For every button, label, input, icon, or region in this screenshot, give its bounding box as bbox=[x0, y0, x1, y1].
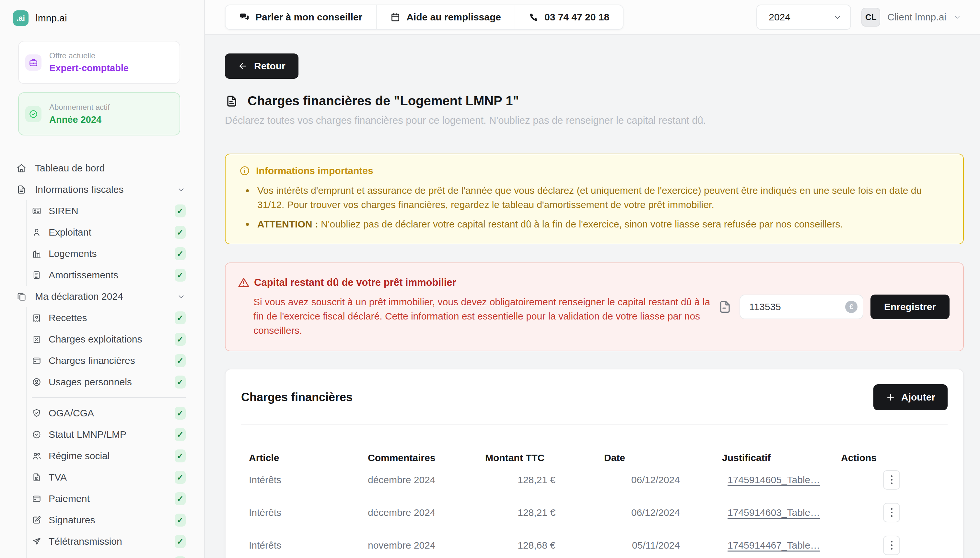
sidebar-item-label: Signatures bbox=[49, 515, 95, 525]
year-select-value: 2024 bbox=[769, 11, 790, 23]
page-title: Charges financières de "Logement LMNP 1" bbox=[248, 94, 519, 108]
sidebar-item-label: Recettes bbox=[49, 312, 87, 323]
card-divider bbox=[241, 425, 947, 425]
sidebar-item-oga-cga[interactable]: OGA/CGA ✓ bbox=[26, 402, 204, 424]
sidebar-item-charges-exploitations[interactable]: Charges exploitations ✓ bbox=[26, 328, 204, 350]
table-row: Intérêts décembre 2024 128,21 € 06/12/20… bbox=[241, 463, 947, 496]
receipt-euro-icon bbox=[32, 313, 41, 323]
sidebar-item-label: OGA/CGA bbox=[49, 408, 94, 419]
talk-to-advisor-button[interactable]: Parler à mon conseiller bbox=[226, 5, 376, 29]
page-title-row: Charges financières de "Logement LMNP 1" bbox=[225, 94, 964, 108]
sidebar-item-label: Exploitant bbox=[49, 227, 91, 238]
sidebar-item-charges-financieres[interactable]: Charges financières ✓ bbox=[26, 350, 204, 371]
declaration-sublist: Recettes ✓ Charges exploitations ✓ Charg… bbox=[26, 307, 204, 558]
id-card-icon bbox=[32, 206, 41, 216]
row-actions-button[interactable] bbox=[883, 503, 900, 522]
page-content: Retour Charges financières de "Logement … bbox=[205, 35, 980, 558]
sidebar-item-statut-lmnp-lmp[interactable]: Statut LMNP/LMP ✓ bbox=[26, 424, 204, 445]
sidebar-item-siren[interactable]: SIREN ✓ bbox=[26, 200, 204, 222]
file-text-icon bbox=[16, 184, 26, 195]
year-select[interactable]: 2024 bbox=[757, 5, 851, 30]
sidebar: .ai lmnp.ai Offre actuelle Expert-compta… bbox=[0, 0, 205, 558]
sidebar-item-label: SIREN bbox=[49, 205, 79, 217]
attention-label: ATTENTION : bbox=[257, 219, 318, 230]
important-info-box: Informations importantes Vos intérêts d'… bbox=[225, 154, 964, 245]
sidebar-item-regime-social[interactable]: Régime social ✓ bbox=[26, 445, 204, 467]
sidebar-nav: Tableau de bord Informations fiscales SI… bbox=[0, 158, 204, 558]
sidebar-item-label: Logements bbox=[49, 248, 97, 259]
sidebar-item-signatures[interactable]: Signatures ✓ bbox=[26, 509, 204, 531]
row-actions-button[interactable] bbox=[883, 470, 900, 490]
back-button[interactable]: Retour bbox=[225, 54, 299, 79]
chevron-down-icon bbox=[954, 13, 961, 21]
completed-check-badge: ✓ bbox=[175, 471, 186, 484]
brand[interactable]: .ai lmnp.ai bbox=[0, 10, 204, 26]
account-menu[interactable]: CL Client lmnp.ai bbox=[862, 8, 961, 26]
completed-check-badge: ✓ bbox=[175, 312, 186, 324]
cell-amount: 128,68 € bbox=[483, 540, 604, 551]
sidebar-item-label: Ma déclaration 2024 bbox=[35, 291, 123, 302]
receipt-percent-icon bbox=[32, 335, 41, 344]
sidebar-item-recettes[interactable]: Recettes ✓ bbox=[26, 307, 204, 328]
copy-icon bbox=[16, 291, 26, 302]
subscription-value: Année 2024 bbox=[49, 114, 110, 125]
cell-article: Intérêts bbox=[241, 540, 360, 551]
brand-logo-icon: .ai bbox=[13, 10, 28, 26]
sidebar-item-teletransmission[interactable]: Télétransmission ✓ bbox=[26, 531, 204, 552]
credit-card-icon bbox=[32, 494, 41, 504]
sidebar-item-aide-declaration[interactable]: Aide à la déclaration ✓ bbox=[26, 552, 204, 558]
phone-button[interactable]: 03 74 47 20 18 bbox=[515, 5, 623, 29]
column-header: Commentaires bbox=[360, 452, 483, 463]
filling-help-label: Aide au remplissage bbox=[406, 11, 501, 23]
completed-check-badge: ✓ bbox=[175, 535, 186, 548]
justificatif-link[interactable]: 1745914605_Table… bbox=[727, 474, 820, 485]
sidebar-item-label: Amortissements bbox=[49, 269, 118, 281]
cell-article: Intérêts bbox=[241, 507, 360, 518]
completed-check-badge: ✓ bbox=[175, 514, 186, 527]
brand-name: lmnp.ai bbox=[36, 13, 67, 24]
info-bullet: Vos intérêts d'emprunt et assurance de p… bbox=[254, 184, 949, 212]
completed-check-badge: ✓ bbox=[175, 450, 186, 463]
sidebar-item-informations-fiscales[interactable]: Informations fiscales bbox=[0, 179, 204, 200]
capital-amount-input[interactable] bbox=[749, 301, 845, 312]
sidebar-item-amortissements[interactable]: Amortissements ✓ bbox=[26, 264, 204, 286]
arrow-left-icon bbox=[238, 61, 248, 71]
charges-card-title: Charges financières bbox=[241, 391, 353, 404]
sidebar-item-dashboard[interactable]: Tableau de bord bbox=[0, 158, 204, 179]
building-icon bbox=[32, 249, 41, 259]
phone-icon bbox=[529, 12, 538, 22]
row-actions-button[interactable] bbox=[883, 536, 900, 555]
shield-check-icon bbox=[32, 408, 41, 418]
file-text-icon bbox=[225, 94, 238, 108]
user-icon bbox=[32, 228, 41, 237]
justificatif-link[interactable]: 1745914467_Table… bbox=[727, 540, 820, 551]
sidebar-item-tva[interactable]: TVA ✓ bbox=[26, 467, 204, 488]
capital-box-body: Si vous avez souscrit à un prêt immobili… bbox=[253, 295, 717, 338]
subscription-card: Abonnement actif Année 2024 bbox=[18, 92, 180, 135]
chevron-down-icon bbox=[833, 13, 842, 22]
sidebar-item-paiement[interactable]: Paiement ✓ bbox=[26, 488, 204, 509]
filling-help-button[interactable]: Aide au remplissage bbox=[376, 5, 515, 29]
capital-box-title: Capital restant dû de votre prêt immobil… bbox=[254, 277, 456, 289]
users-icon bbox=[32, 451, 41, 461]
justificatif-link[interactable]: 1745914603_Table… bbox=[727, 507, 820, 518]
sidebar-item-label: Charges financières bbox=[49, 355, 135, 366]
sidebar-item-label: Charges exploitations bbox=[49, 334, 142, 345]
current-plan-card[interactable]: Offre actuelle Expert-comptable bbox=[18, 41, 180, 84]
column-header: Article bbox=[241, 452, 360, 463]
column-header: Actions bbox=[841, 452, 947, 463]
topbar-actions-group: Parler à mon conseiller Aide au rempliss… bbox=[225, 5, 624, 30]
sidebar-item-ma-declaration[interactable]: Ma déclaration 2024 bbox=[0, 286, 204, 307]
calculator-icon bbox=[32, 270, 41, 280]
completed-check-badge: ✓ bbox=[175, 205, 186, 217]
calendar-icon bbox=[390, 12, 401, 22]
completed-check-badge: ✓ bbox=[175, 247, 186, 260]
badge-check-icon bbox=[32, 430, 41, 440]
add-charge-button[interactable]: Ajouter bbox=[873, 384, 947, 410]
info-box-list: Vos intérêts d'emprunt et assurance de p… bbox=[254, 184, 949, 231]
sidebar-item-logements[interactable]: Logements ✓ bbox=[26, 243, 204, 264]
phone-number: 03 74 47 20 18 bbox=[545, 11, 609, 23]
sidebar-item-usages-personnels[interactable]: Usages personnels ✓ bbox=[26, 371, 204, 393]
sidebar-item-exploitant[interactable]: Exploitant ✓ bbox=[26, 222, 204, 243]
save-button[interactable]: Enregistrer bbox=[870, 295, 950, 319]
